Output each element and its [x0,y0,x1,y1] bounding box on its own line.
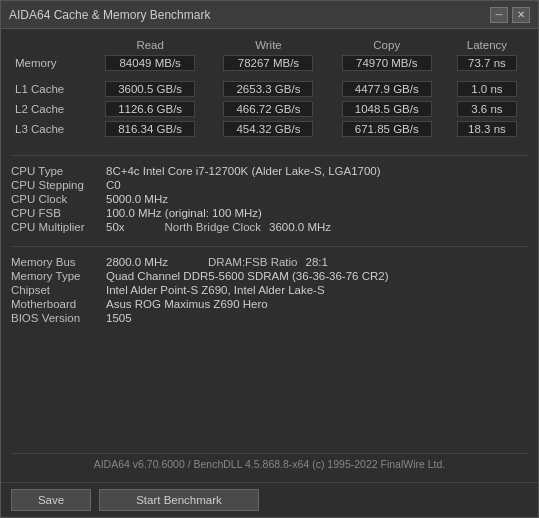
table-row: L2 Cache1126.6 GB/s466.72 GB/s1048.5 GB/… [11,99,528,119]
dram-pair: DRAM:FSB Ratio 28:1 [208,256,328,268]
close-button[interactable]: ✕ [512,7,530,23]
row-copy: 4477.9 GB/s [328,79,446,99]
row-latency: 3.6 ns [446,99,528,119]
row-label: L3 Cache [11,119,91,139]
cpu-multiplier-label: CPU Multiplier [11,221,106,233]
row-write: 78267 MB/s [209,53,327,73]
cpu-type-row: CPU Type 8C+4c Intel Core i7-12700K (Ald… [11,164,528,178]
col-header-latency: Latency [446,37,528,53]
chipset-value: Intel Alder Point-S Z690, Intel Alder La… [106,284,528,296]
footer-text: AIDA64 v6.70.6000 / BenchDLL 4.5.868.8-x… [11,453,528,474]
row-read: 84049 MB/s [91,53,209,73]
button-bar: Save Start Benchmark [1,482,538,517]
row-latency: 18.3 ns [446,119,528,139]
main-content: Read Write Copy Latency Memory84049 MB/s… [1,29,538,482]
memory-bus-label: Memory Bus [11,256,106,268]
cpu-stepping-label: CPU Stepping [11,179,106,191]
start-benchmark-button[interactable]: Start Benchmark [99,489,259,511]
row-read: 816.34 GB/s [91,119,209,139]
motherboard-value: Asus ROG Maximus Z690 Hero [106,298,528,310]
memory-bus-row: Memory Bus 2800.0 MHz DRAM:FSB Ratio 28:… [11,255,528,269]
row-label: Memory [11,53,91,73]
row-write: 2653.3 GB/s [209,79,327,99]
cpu-fsb-value: 100.0 MHz (original: 100 MHz) [106,207,528,219]
bios-label: BIOS Version [11,312,106,324]
col-header-copy: Copy [328,37,446,53]
bios-row: BIOS Version 1505 [11,311,528,325]
memory-type-value: Quad Channel DDR5-5600 SDRAM (36-36-36-7… [106,270,528,282]
window-title: AIDA64 Cache & Memory Benchmark [9,8,490,22]
cpu-multiplier-value: 50x [106,221,125,233]
col-header-label [11,37,91,53]
memory-info-section: Memory Bus 2800.0 MHz DRAM:FSB Ratio 28:… [11,255,528,325]
col-header-read: Read [91,37,209,53]
table-row: Memory84049 MB/s78267 MB/s74970 MB/s73.7… [11,53,528,73]
title-bar: AIDA64 Cache & Memory Benchmark ─ ✕ [1,1,538,29]
row-label: L2 Cache [11,99,91,119]
row-read: 3600.5 GB/s [91,79,209,99]
motherboard-row: Motherboard Asus ROG Maximus Z690 Hero [11,297,528,311]
row-label: L1 Cache [11,79,91,99]
memory-type-row: Memory Type Quad Channel DDR5-5600 SDRAM… [11,269,528,283]
row-copy: 74970 MB/s [328,53,446,73]
nb-clock-value: 3600.0 MHz [269,221,331,233]
row-write: 466.72 GB/s [209,99,327,119]
cpu-stepping-value: C0 [106,179,528,191]
memory-bus-value: 2800.0 MHz [106,256,168,268]
divider-1 [11,155,528,156]
dram-fsb-value: 28:1 [305,256,327,268]
cpu-stepping-row: CPU Stepping C0 [11,178,528,192]
bios-value: 1505 [106,312,528,324]
cpu-fsb-label: CPU FSB [11,207,106,219]
cpu-clock-label: CPU Clock [11,193,106,205]
divider-2 [11,246,528,247]
cpu-info-section: CPU Type 8C+4c Intel Core i7-12700K (Ald… [11,164,528,234]
memory-type-label: Memory Type [11,270,106,282]
minimize-button[interactable]: ─ [490,7,508,23]
nb-clock-pair: North Bridge Clock 3600.0 MHz [165,221,332,233]
cpu-clock-value: 5000.0 MHz [106,193,528,205]
cpu-type-label: CPU Type [11,165,106,177]
cpu-type-value: 8C+4c Intel Core i7-12700K (Alder Lake-S… [106,165,528,177]
save-button[interactable]: Save [11,489,91,511]
main-window: AIDA64 Cache & Memory Benchmark ─ ✕ Read… [0,0,539,518]
motherboard-label: Motherboard [11,298,106,310]
nb-clock-label: North Bridge Clock [165,221,262,233]
benchmark-table: Read Write Copy Latency Memory84049 MB/s… [11,37,528,139]
row-copy: 1048.5 GB/s [328,99,446,119]
row-latency: 1.0 ns [446,79,528,99]
cpu-multiplier-row: CPU Multiplier 50x North Bridge Clock 36… [11,220,528,234]
cpu-fsb-row: CPU FSB 100.0 MHz (original: 100 MHz) [11,206,528,220]
table-row: L1 Cache3600.5 GB/s2653.3 GB/s4477.9 GB/… [11,79,528,99]
memory-bus-dual: 2800.0 MHz DRAM:FSB Ratio 28:1 [106,256,528,268]
table-row: L3 Cache816.34 GB/s454.32 GB/s671.85 GB/… [11,119,528,139]
col-header-write: Write [209,37,327,53]
cpu-multiplier-dual: 50x North Bridge Clock 3600.0 MHz [106,221,528,233]
row-read: 1126.6 GB/s [91,99,209,119]
cpu-clock-row: CPU Clock 5000.0 MHz [11,192,528,206]
row-write: 454.32 GB/s [209,119,327,139]
chipset-label: Chipset [11,284,106,296]
title-controls: ─ ✕ [490,7,530,23]
chipset-row: Chipset Intel Alder Point-S Z690, Intel … [11,283,528,297]
row-copy: 671.85 GB/s [328,119,446,139]
row-latency: 73.7 ns [446,53,528,73]
dram-fsb-label: DRAM:FSB Ratio [208,256,297,268]
